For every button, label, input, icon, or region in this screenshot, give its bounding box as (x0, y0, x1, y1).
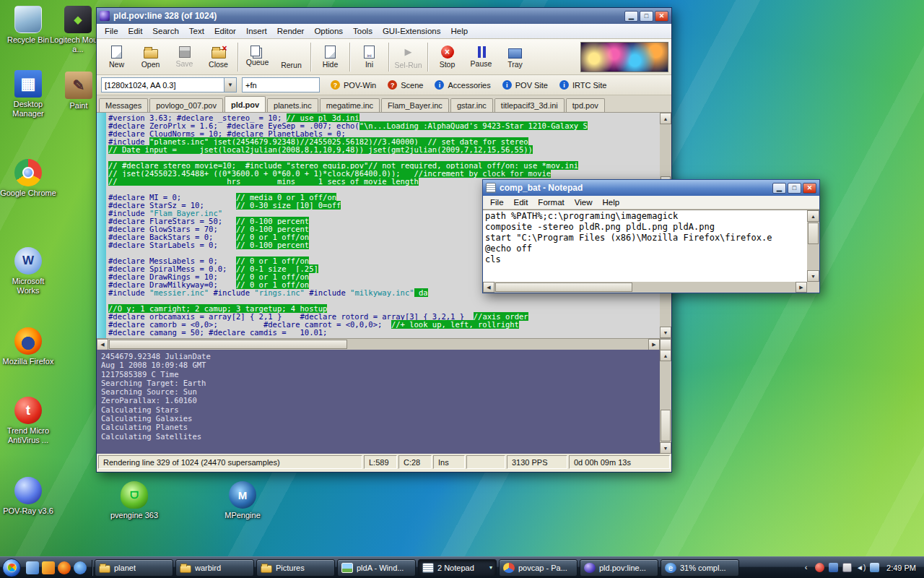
internet-explorer-icon[interactable] (74, 561, 87, 574)
editor-hscroll-thumb[interactable] (109, 340, 347, 349)
povray-titlebar[interactable]: pld.pov:line 328 (of 1024) ▁ □ ✕ (97, 8, 671, 24)
render-preview-thumbnail[interactable] (580, 42, 668, 72)
menu-format[interactable]: Format (533, 197, 569, 208)
menu-help[interactable]: Help (598, 197, 625, 208)
tab-planets-inc[interactable]: planets.inc (267, 98, 318, 112)
keyboard-layout-icon[interactable] (842, 563, 852, 572)
taskbar-button-warbird[interactable]: warbird (175, 559, 254, 577)
maximize-button[interactable]: □ (640, 11, 653, 22)
menu-edit[interactable]: Edit (509, 197, 533, 208)
menu-tools[interactable]: Tools (348, 25, 378, 37)
taskbar-button-povcap-pa[interactable]: povcap - Pa... (499, 559, 578, 577)
desktop-icon-recycle-bin[interactable]: Recycle Bin (0, 6, 56, 45)
taskbar-button-2-notepad[interactable]: 2 Notepad▾ (418, 559, 497, 577)
display-settings-icon[interactable] (829, 563, 838, 572)
command-line-input[interactable] (242, 77, 320, 92)
taskbar-button-pld-pov-line[interactable]: pld.pov:line... (580, 559, 658, 577)
notepad-hscroll-thumb[interactable] (495, 282, 632, 292)
scroll-up-icon[interactable]: ▲ (660, 113, 671, 124)
close-button[interactable]: ✕ (803, 183, 816, 194)
desktop-icon-microsoft-works[interactable]: Microsoft Works (0, 247, 56, 296)
chevron-down-icon[interactable]: ▼ (224, 78, 236, 92)
link-button-irtc-site[interactable]: iIRTC Site (554, 79, 612, 91)
scroll-right-icon[interactable]: ▶ (648, 339, 660, 350)
notepad-window[interactable]: comp_bat - Notepad ▁ □ ✕ FileEditFormatV… (482, 179, 820, 293)
scroll-down-icon[interactable]: ▼ (807, 270, 819, 282)
tab-titlepacif3-3d-ini[interactable]: titlepacif3_3d.ini (494, 98, 565, 112)
tab-gstar-inc[interactable]: gstar.inc (450, 98, 493, 112)
taskbar-button-planet[interactable]: planet (95, 559, 173, 577)
link-button-pov-site[interactable]: iPOV Site (497, 79, 554, 91)
notepad-titlebar[interactable]: comp_bat - Notepad ▁ □ ✕ (483, 180, 819, 196)
volume-icon[interactable] (856, 563, 866, 572)
link-button-accessories[interactable]: iAccessories (429, 79, 496, 91)
network-icon[interactable] (870, 563, 879, 572)
toolbar-button-rerun[interactable]: Rerun (274, 40, 308, 74)
desktop-icon-mozilla-firefox[interactable]: Mozilla Firefox (0, 327, 56, 366)
desktop-icon-google-chrome[interactable]: Google Chrome (0, 159, 56, 198)
toolbar-button-save[interactable]: Save (167, 40, 201, 74)
menu-file[interactable]: File (100, 25, 123, 37)
link-button-pov-win[interactable]: ?POV-Win (325, 79, 382, 91)
menu-help[interactable]: Help (445, 25, 473, 37)
toolbar-button-new[interactable]: New (100, 40, 134, 74)
scroll-up-icon[interactable]: ▲ (807, 210, 819, 222)
scroll-up-icon[interactable]: ▲ (660, 350, 671, 361)
resolution-dropdown[interactable]: [1280x1024, AA 0.3] ▼ (101, 77, 237, 92)
toolbar-button-queue[interactable]: Queue (240, 40, 274, 74)
switch-windows-icon[interactable] (42, 561, 55, 574)
toolbar-button-sel-run[interactable]: Sel-Run (391, 40, 425, 74)
menu-search[interactable]: Search (147, 25, 183, 37)
notepad-horizontal-scrollbar[interactable]: ◀ ▶ (483, 282, 807, 293)
toolbar-button-stop[interactable]: Stop (430, 40, 464, 74)
scroll-right-icon[interactable]: ▶ (796, 282, 807, 293)
minimize-button[interactable]: ▁ (772, 183, 786, 194)
scroll-left-icon[interactable]: ◀ (483, 282, 494, 293)
scroll-left-icon[interactable]: ◀ (97, 339, 108, 350)
start-button[interactable] (2, 558, 21, 577)
menu-file[interactable]: File (485, 197, 509, 208)
taskbar-button-pictures[interactable]: Pictures (256, 559, 335, 577)
show-desktop-icon[interactable] (26, 561, 39, 574)
toolbar-button-pause[interactable]: Pause (464, 40, 498, 74)
notepad-vertical-scrollbar[interactable]: ▲ ▼ (807, 210, 819, 282)
menu-gui-extensions[interactable]: GUI-Extensions (378, 25, 446, 37)
minimize-button[interactable]: ▁ (624, 11, 638, 22)
desktop-icon-desktop-manager[interactable]: Desktop Manager (0, 70, 56, 118)
desktop-icon-trend-micro[interactable]: Trend Micro AntiVirus ... (0, 397, 56, 445)
menu-options[interactable]: Options (309, 25, 348, 37)
firefox-icon[interactable] (58, 561, 71, 574)
maximize-button[interactable]: □ (788, 183, 801, 194)
notepad-vscroll-thumb[interactable] (808, 223, 819, 244)
scroll-down-icon[interactable]: ▼ (660, 442, 671, 454)
toolbar-button-open[interactable]: Open (134, 40, 167, 74)
menu-insert[interactable]: Insert (241, 25, 272, 37)
tab-flam-bayer-inc[interactable]: Flam_Bayer.inc (381, 98, 449, 112)
close-button[interactable]: ✕ (655, 11, 668, 22)
tab-messages[interactable]: Messages (99, 98, 148, 112)
menu-edit[interactable]: Edit (123, 25, 148, 37)
menu-editor[interactable]: Editor (209, 25, 241, 37)
taskbar-button-plda-wind[interactable]: pldA - Wind... (337, 559, 416, 577)
desktop-icon-pvengine[interactable]: pvengine 363 (106, 481, 162, 520)
collapse-arrow-icon[interactable] (801, 563, 811, 572)
notepad-text-area[interactable]: path %PATH%;c:\programing\imagemagickcom… (483, 210, 807, 282)
tab-povlogo-007-pov[interactable]: povlogo_007.pov (149, 98, 223, 112)
trend-micro-tray-icon[interactable] (815, 563, 824, 572)
toolbar-button-ini[interactable]: Ini (352, 40, 386, 74)
taskbar-button-31-compl[interactable]: 31% compl... (661, 559, 739, 577)
tab-tpd-pov[interactable]: tpd.pov (566, 98, 605, 112)
messages-vscroll-thumb[interactable] (661, 410, 671, 441)
desktop-icon-mpengine[interactable]: MPengine (214, 481, 271, 520)
tab-megatime-inc[interactable]: megatime.inc (320, 98, 380, 112)
menu-render[interactable]: Render (272, 25, 310, 37)
messages-vertical-scrollbar[interactable]: ▲ ▼ (660, 350, 671, 454)
desktop-icon-pov-ray[interactable]: POV-Ray v3.6 (0, 477, 56, 516)
scroll-down-icon[interactable]: ▼ (660, 327, 671, 338)
toolbar-button-close[interactable]: Close (201, 40, 235, 74)
editor-horizontal-scrollbar[interactable]: ◀ ▶ (97, 338, 671, 350)
menu-text[interactable]: Text (184, 25, 209, 37)
toolbar-button-tray[interactable]: Tray (498, 40, 532, 74)
menu-view[interactable]: View (570, 197, 598, 208)
toolbar-button-hide[interactable]: Hide (313, 40, 347, 74)
